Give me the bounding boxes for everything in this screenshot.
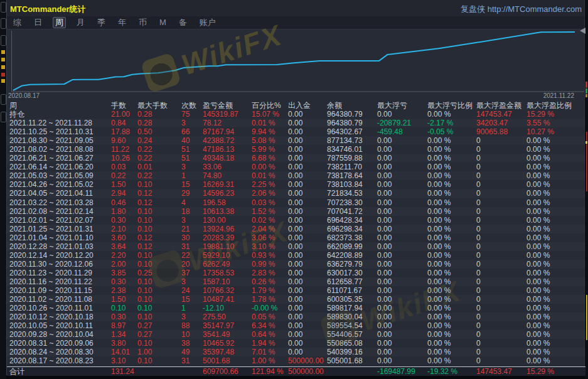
- background-fragment: [1, 50, 5, 54]
- cell-value: 0: [476, 242, 481, 251]
- cell-value: 0.00 %: [427, 136, 451, 145]
- cell-value: 2.83 %: [252, 269, 275, 277]
- cell-value: 0.00: [288, 277, 302, 286]
- cell-value: -459.48: [377, 127, 403, 136]
- cell-value: 0.00: [377, 233, 392, 242]
- table-row[interactable]: 2021.10.25 ~ 2021.10.3117.880.506687167.…: [7, 127, 585, 136]
- table-row[interactable]: 2021.02.01 ~ 2021.02.070.300.103130.000.…: [7, 216, 585, 225]
- menu-item-年[interactable]: 年: [116, 18, 128, 28]
- table-row[interactable]: 2020.11.02 ~ 2020.11.081.500.101510487.4…: [7, 295, 585, 304]
- menu-item-账户[interactable]: 账户: [198, 18, 218, 28]
- cell-value: 74.80: [203, 171, 222, 180]
- table-row[interactable]: 2021.04.26 ~ 2021.05.021.500.101516269.3…: [7, 180, 585, 189]
- table-row[interactable]: 2020.11.23 ~ 2020.11.293.850.253717358.5…: [7, 269, 585, 277]
- cell-value: 275.50: [203, 312, 226, 321]
- table-row[interactable]: 2020.08.24 ~ 2020.08.3014.011.004935397.…: [7, 348, 585, 356]
- table-row[interactable]: 2021.05.03 ~ 2021.05.090.220.22174.800.0…: [7, 171, 585, 180]
- cell-value: 554406.57: [327, 330, 363, 339]
- table-row[interactable]: 2021.06.14 ~ 2021.06.200.030.01333.060.0…: [7, 163, 585, 171]
- table-row[interactable]: 2020.09.28 ~ 2020.10.041.340.27103541.49…: [7, 330, 585, 339]
- cell-value: 5929.10: [203, 251, 230, 260]
- cell-value: 0: [476, 312, 481, 321]
- cell-value: 3.60: [111, 233, 126, 242]
- background-toolbar-button: [1, 18, 6, 29]
- menu-item-日[interactable]: 日: [32, 18, 44, 28]
- cell-value: 0.01 %: [252, 171, 275, 180]
- cell-value: 0.93 %: [252, 251, 275, 260]
- cell-value: 90065.88: [476, 127, 508, 136]
- cell-value: 87167.94: [203, 127, 234, 136]
- cell-value: 0.00: [377, 321, 392, 330]
- cell-value: 29: [181, 189, 190, 198]
- column-header[interactable]: 最大浮盈比例: [527, 101, 572, 110]
- column-header[interactable]: 最大浮盈金额: [476, 101, 521, 110]
- equity-curve-chart: [7, 29, 585, 93]
- table-row[interactable]: 持仓21.000.2875145319.8715.07 %0.00964380.…: [7, 110, 585, 119]
- cell-value: 0.26 %: [252, 277, 275, 286]
- menu-item-币[interactable]: 币: [137, 18, 149, 28]
- column-header[interactable]: 百分比%: [252, 101, 281, 110]
- cell-value: 0: [476, 295, 481, 304]
- cell-value: 682373.38: [327, 233, 363, 242]
- cell-value: 88: [181, 321, 190, 330]
- menu-item-季[interactable]: 季: [95, 18, 107, 28]
- cell-value: 0.00: [288, 136, 302, 145]
- cell-value: 0.00 %: [427, 233, 451, 242]
- column-header[interactable]: 盈亏金额: [203, 101, 233, 110]
- cell-value: 0.00: [377, 339, 392, 348]
- table-row[interactable]: 2020.11.09 ~ 2020.11.152.380.102410766.3…: [7, 286, 585, 295]
- table-row[interactable]: 2020.08.17 ~ 2020.08.233.100.10315001.68…: [7, 356, 585, 365]
- menu-item-备[interactable]: 备: [177, 18, 189, 28]
- cell-value: 0: [476, 321, 481, 330]
- table-row[interactable]: 2021.01.04 ~ 2021.01.103.600.123020283.3…: [7, 233, 585, 242]
- column-header[interactable]: 手数: [111, 101, 126, 110]
- menu-item-月[interactable]: 月: [75, 18, 87, 28]
- table-row[interactable]: 2021.08.30 ~ 2021.09.059.600.244042388.7…: [7, 136, 585, 145]
- cell-value: 3.10: [111, 356, 126, 365]
- cell-value: 31: [181, 356, 190, 365]
- cell-value: 0.00 %: [527, 189, 550, 198]
- table-row[interactable]: 2020.12.14 ~ 2020.12.202.200.10225929.10…: [7, 251, 585, 260]
- column-header[interactable]: 出入金: [288, 101, 311, 110]
- column-header-period[interactable]: 周: [9, 101, 17, 110]
- title-bar[interactable]: MTCommander统计 复盘侠 http://MTCommander.com: [7, 0, 584, 16]
- column-header[interactable]: 次数: [181, 101, 196, 110]
- table-row[interactable]: 2021.01.25 ~ 2021.01.312.100.102113924.9…: [7, 225, 585, 233]
- cell-period: 2021.03.22 ~ 2021.03.28: [9, 198, 94, 207]
- cell-period: 2020.11.09 ~ 2020.11.15: [9, 286, 92, 295]
- table-row[interactable]: 2020.10.26 ~ 2020.11.010.100.101-12.10-0…: [7, 304, 585, 312]
- menu-item-综[interactable]: 综: [11, 18, 23, 28]
- column-header[interactable]: 最大手数: [137, 101, 168, 110]
- table-row[interactable]: 2021.08.02 ~ 2021.08.0811.220.225147186.…: [7, 145, 585, 154]
- table-row[interactable]: 2021.06.21 ~ 2021.06.2710.260.225149348.…: [7, 154, 585, 163]
- cell-value: 34203.47: [476, 119, 508, 127]
- cell-value: 721834.53: [327, 189, 363, 198]
- chart-date-axis: 2020.08.17 2021.11.22: [7, 92, 585, 100]
- cell-value: 600305.35: [327, 295, 363, 304]
- cell-value: 0: [476, 260, 481, 269]
- table-row[interactable]: 2020.11.30 ~ 2020.12.062.000.10206262.49…: [7, 260, 585, 269]
- table-row[interactable]: 2020.10.05 ~ 2020.10.118.970.278835147.9…: [7, 321, 585, 330]
- column-header[interactable]: 最大浮亏: [377, 101, 407, 110]
- menu-item-周[interactable]: 周: [53, 17, 66, 28]
- table-row[interactable]: 2021.02.08 ~ 2021.02.141.800.101810613.3…: [7, 207, 585, 216]
- brand-link[interactable]: 复盘侠 http://MTCommander.com: [461, 4, 582, 15]
- cell-value: 0.00 %: [527, 339, 550, 348]
- cell-value: 75: [181, 110, 190, 119]
- menu-item-M[interactable]: M: [158, 18, 168, 28]
- table-row[interactable]: 2021.03.22 ~ 2021.03.280.460.124196.580.…: [7, 198, 585, 207]
- table-row[interactable]: 2021.04.05 ~ 2021.04.112.940.122914596.2…: [7, 189, 585, 198]
- table-row[interactable]: 2020.12.28 ~ 2021.01.033.640.123119881.1…: [7, 242, 585, 251]
- column-header[interactable]: 最大浮亏比例: [427, 101, 473, 110]
- column-header[interactable]: 余额: [327, 101, 342, 110]
- table-row[interactable]: 2020.10.12 ~ 2020.10.180.300.103275.500.…: [7, 312, 585, 321]
- cell-value: 707238.30: [327, 198, 363, 207]
- table-row[interactable]: 2021.11.22 ~ 2021.11.280.840.28378.120.0…: [7, 119, 585, 127]
- table-row[interactable]: 2020.11.16 ~ 2020.11.220.300.1031587.100…: [7, 277, 585, 286]
- cell-period: 持仓: [9, 110, 24, 119]
- background-window-left-edge[interactable]: [0, 0, 6, 379]
- cell-value: 1.80: [111, 207, 126, 216]
- cell-value: 0.10: [111, 304, 126, 312]
- cell-period: 2021.05.03 ~ 2021.05.09: [9, 171, 94, 180]
- table-row[interactable]: 2020.08.31 ~ 2020.09.063.800.103810465.9…: [7, 339, 585, 348]
